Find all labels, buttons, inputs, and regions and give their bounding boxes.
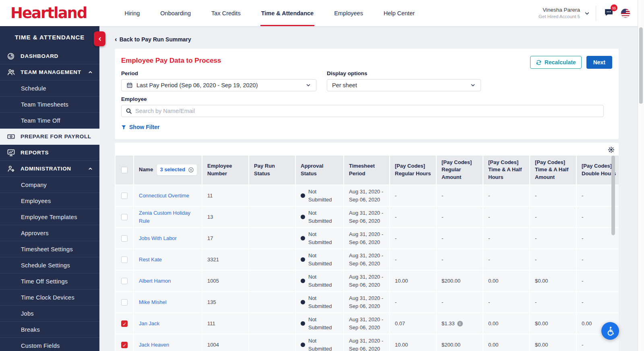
employee-number-cell: 13 [202, 207, 248, 227]
sidebar-item-team-timesheets[interactable]: Team Timesheets [0, 96, 99, 113]
sidebar-item-reports[interactable]: REPORTS [0, 145, 99, 161]
status-dot [301, 236, 305, 240]
sidebar-item-prepare-for-payroll[interactable]: PREPARE FOR PAYROLL [0, 129, 99, 145]
time-half-hours-cell: 0.00 [483, 271, 529, 291]
topnav-item-time-attendance[interactable]: Time & Attendance [260, 0, 315, 26]
timesheet-period-cell: Aug 31, 2020 - Sep 06, 2020 [344, 185, 389, 206]
topnav-item-onboarding[interactable]: Onboarding [159, 0, 192, 26]
sidebar-collapse-button[interactable] [94, 31, 105, 46]
time-half-amount-cell: $0.00 [530, 313, 576, 334]
table-settings-gear-icon[interactable] [608, 146, 615, 153]
employee-name-link[interactable]: Albert Hamon [139, 278, 171, 284]
display-options-select[interactable]: Per sheet [327, 79, 481, 91]
messages-button[interactable]: 11 [603, 7, 614, 19]
time-half-hours-cell: - [483, 292, 529, 312]
approval-status-cell: Not Submitted [296, 335, 343, 351]
sidebar-item-employee-templates[interactable]: Employee Templates [0, 209, 99, 225]
chevron-left-icon [97, 36, 103, 42]
row-checkbox[interactable] [121, 235, 128, 242]
page-scrollbar[interactable] [638, 0, 644, 351]
sidebar-item-schedule[interactable]: Schedule [0, 80, 99, 96]
time-half-amount-cell: - [530, 228, 576, 248]
row-checkbox[interactable] [121, 278, 128, 284]
sidebar: TIME & ATTENDANCE DASHBOARD TEAM MANAGEM… [0, 26, 99, 351]
employee-number-cell: 3321 [202, 249, 248, 270]
user-name: Vinesha Parera [539, 7, 580, 14]
employee-name-link[interactable]: Jan Jack [139, 320, 159, 326]
wheelchair-icon [605, 326, 615, 336]
employee-label: Employee [121, 96, 612, 102]
sidebar-item-jobs[interactable]: Jobs [0, 306, 99, 322]
user-menu[interactable]: Vinesha Parera Get Hired Account 5 [539, 7, 580, 19]
employee-name-link[interactable]: Zenia Custom Holiday Rule [139, 210, 190, 224]
approval-status-cell: Not Submitted [296, 313, 343, 334]
table-row: Zenia Custom Holiday Rule 13 Not Submitt… [116, 207, 619, 227]
language-flag-icon[interactable] [621, 8, 630, 18]
sidebar-item-time-off-settings[interactable]: Time Off Settings [0, 273, 99, 289]
employee-name-link[interactable]: Connecticut Overtime [139, 193, 189, 199]
top-navigation-bar: Heartland Hiring Onboarding Tax Credits … [0, 0, 644, 26]
column-header-pay-run-status: Pay Run Status [249, 156, 295, 185]
period-select[interactable]: Last Pay Period (Sep 06, 2020 - Sep 19, … [121, 79, 316, 91]
employee-name-link[interactable]: Rest Kate [139, 257, 162, 263]
show-filter-link[interactable]: Show Filter [121, 124, 159, 130]
recalculate-button[interactable]: Recalculate [530, 56, 582, 69]
regular-amount-cell: $200.00 [437, 335, 483, 351]
sidebar-item-employees[interactable]: Employees [0, 193, 99, 209]
regular-amount-cell: - [437, 228, 483, 248]
sidebar-item-custom-fields[interactable]: Custom Fields [0, 338, 99, 351]
sidebar-item-schedule-settings[interactable]: Schedule Settings [0, 257, 99, 273]
topnav-item-hiring[interactable]: Hiring [124, 0, 140, 26]
sidebar-item-breaks[interactable]: Breaks [0, 322, 99, 338]
sidebar-item-team-management[interactable]: TEAM MANAGEMENT [0, 64, 99, 80]
employee-search-input[interactable] [135, 108, 599, 114]
topnav-item-help-center[interactable]: Help Center [383, 0, 415, 26]
topnav-item-employees[interactable]: Employees [333, 0, 364, 26]
approval-status-cell: Not Submitted [296, 271, 343, 291]
employee-number-cell: 17 [202, 228, 248, 248]
employee-name-link[interactable]: Jack Heaven [139, 342, 169, 348]
time-half-hours-cell: 0.00 [483, 313, 529, 334]
table-scrollbar-thumb[interactable] [611, 156, 615, 235]
payroll-icon [6, 132, 15, 141]
sidebar-item-company[interactable]: Company [0, 177, 99, 193]
sidebar-item-administration[interactable]: ADMINISTRATION [0, 161, 99, 177]
row-checkbox[interactable] [121, 320, 128, 327]
regular-amount-cell: - [437, 185, 483, 206]
sidebar-item-timesheet-settings[interactable]: Timesheet Settings [0, 241, 99, 257]
employee-name-link[interactable]: Mike Mishel [139, 299, 167, 305]
row-checkbox[interactable] [121, 342, 128, 348]
chevron-down-icon [470, 82, 476, 88]
employee-number-cell: 1005 [202, 271, 248, 291]
row-checkbox[interactable] [121, 299, 128, 306]
sidebar-item-approvers[interactable]: Approvers [0, 225, 99, 241]
page-scrollbar-thumb[interactable] [639, 27, 643, 104]
next-button[interactable]: Next [586, 56, 612, 69]
sidebar-item-dashboard[interactable]: DASHBOARD [0, 48, 99, 64]
back-to-pay-run-summary-link[interactable]: ‹ Back to Pay Run Summary [115, 36, 191, 43]
sidebar-item-time-clock-devices[interactable]: Time Clock Devices [0, 289, 99, 306]
sidebar-item-team-time-off[interactable]: Team Time Off [0, 113, 99, 129]
topnav-item-tax-credits[interactable]: Tax Credits [211, 0, 242, 26]
pay-run-status-cell [249, 335, 295, 351]
row-checkbox[interactable] [121, 193, 128, 199]
accessibility-button[interactable] [601, 322, 619, 340]
chevron-down-icon[interactable] [584, 10, 590, 18]
employee-number-cell: 135 [202, 292, 248, 312]
timesheet-period-cell: Aug 31, 2020 - Sep 06, 2020 [344, 228, 389, 248]
column-header-pay-codes-time-a-half-hours: [Pay Codes] Time & A Half Hours [483, 156, 529, 185]
clear-selection-icon[interactable] [188, 167, 194, 173]
heartland-logo[interactable]: Heartland [10, 4, 87, 22]
period-value: Last Pay Period (Sep 06, 2020 - Sep 19, … [136, 82, 305, 88]
regular-amount-cell: - [437, 207, 483, 227]
admin-icon [6, 164, 15, 173]
info-icon[interactable]: i [457, 321, 463, 326]
employee-name-link[interactable]: Jobs With Labor [139, 235, 177, 241]
approval-status-cell: Not Submitted [296, 249, 343, 270]
row-checkbox[interactable] [121, 257, 128, 263]
team-icon [6, 68, 15, 77]
time-half-amount-cell: - [530, 249, 576, 270]
select-all-checkbox[interactable] [121, 167, 128, 173]
row-checkbox[interactable] [121, 214, 128, 220]
regular-hours-cell: - [390, 228, 436, 248]
